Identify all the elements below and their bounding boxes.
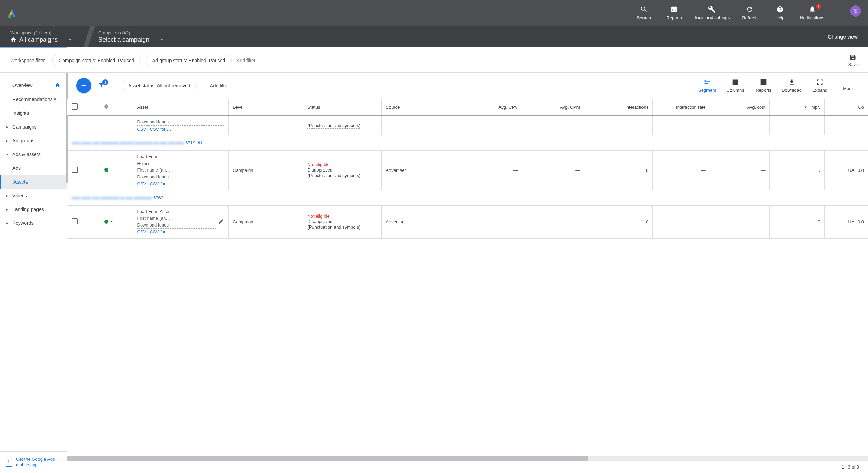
col-status[interactable]: Status xyxy=(303,99,382,116)
tool-download[interactable]: Download xyxy=(781,79,803,93)
asset-fields: First name (an… xyxy=(137,167,224,174)
workspace-filter-label: Workspace filter xyxy=(10,58,45,63)
filter-chip-campaign-status[interactable]: Campaign status: Enabled, Paused xyxy=(52,55,141,66)
svg-point-0 xyxy=(8,15,11,18)
tool-label: Download xyxy=(782,88,802,93)
status-disapproved: Disapproved xyxy=(307,167,377,173)
csv-link[interactable]: CSV xyxy=(137,229,146,234)
col-source[interactable]: Source xyxy=(382,99,459,116)
col-interactions[interactable]: Interactions xyxy=(584,99,653,116)
csv-for-link[interactable]: CSV for … xyxy=(150,229,171,234)
add-filter-button[interactable]: Add filter xyxy=(237,58,255,63)
cell-impr: 0 xyxy=(770,205,824,238)
filter-chip-adgroup-status[interactable]: Ad group status: Enabled, Paused xyxy=(146,55,232,66)
sidebar-item-ads-assets[interactable]: Ads & assets xyxy=(0,147,67,161)
table-row-partial: Download leads CSV | CSV for … (Punctuat… xyxy=(67,116,868,135)
save-workspace-button[interactable]: Save xyxy=(848,54,858,67)
breadcrumb-campaign[interactable]: Campaigns (42) Select a campaign xyxy=(98,30,175,43)
col-interaction-rate[interactable]: Interaction rate xyxy=(653,99,710,116)
header-search[interactable]: Search xyxy=(634,6,654,20)
table-row: Lead Form Helen First name (an… Download… xyxy=(67,151,868,190)
blurred-ref: xxxx-xxxx-xxx-xxxxxxxx-xx-xxx-xxxxxxxx xyxy=(72,195,152,200)
col-cost[interactable]: Co xyxy=(824,99,868,116)
horizontal-scrollbar-track[interactable] xyxy=(67,456,868,461)
download-leads-label: Download leads xyxy=(137,174,224,181)
csv-for-link[interactable]: CSV for … xyxy=(150,181,171,186)
phone-download-icon xyxy=(6,458,12,467)
header-notifications[interactable]: ! Notifications xyxy=(800,6,824,20)
breadcrumb-campaign-small: Campaigns (42) xyxy=(98,30,164,35)
top-header: Search Reports Tools and settings Refres… xyxy=(0,0,868,26)
sidebar-item-insights[interactable]: Insights xyxy=(0,106,67,120)
csv-link[interactable]: CSV xyxy=(137,126,146,132)
select-all-checkbox[interactable] xyxy=(72,103,78,110)
mobile-app-promo[interactable]: Get the Google Ads mobile app xyxy=(0,451,67,473)
tool-expand[interactable]: Expand xyxy=(809,79,831,93)
header-help[interactable]: Help xyxy=(770,6,790,20)
edit-pencil-icon[interactable] xyxy=(218,219,224,225)
col-impr[interactable]: Impr. xyxy=(770,99,824,116)
app-logo[interactable] xyxy=(7,8,17,18)
group-ref-link[interactable]: 6719| #1 xyxy=(185,140,202,145)
reports-box-icon xyxy=(760,79,767,86)
sidebar-item-adgroups[interactable]: Ad groups xyxy=(0,134,67,147)
cell-interactions: 0 xyxy=(584,205,653,238)
asset-status-chip[interactable]: Asset status: All but removed xyxy=(122,80,197,91)
breadcrumb-workspace[interactable]: Workspace (2 filters) All campaigns xyxy=(10,30,83,43)
chevron-down-icon xyxy=(67,37,73,42)
sidebar-scrollbar[interactable] xyxy=(66,73,68,183)
tool-reports[interactable]: Reports xyxy=(752,79,774,93)
tool-more[interactable]: ⋮More xyxy=(837,80,859,91)
horizontal-scrollbar-thumb[interactable] xyxy=(67,456,588,461)
table-scroll-area[interactable]: Asset Level Status Source Avg. CPV Avg. … xyxy=(67,99,868,456)
header-tools-settings[interactable]: Tools and settings xyxy=(694,6,730,20)
avatar[interactable]: S xyxy=(850,6,861,16)
help-icon xyxy=(776,6,784,13)
cell-cpv: — xyxy=(459,151,522,190)
status-detail: (Punctuation and symbols) xyxy=(307,123,360,129)
csv-for-link[interactable]: CSV for … xyxy=(150,126,171,132)
header-tools-label: Tools and settings xyxy=(694,15,730,20)
header-reports[interactable]: Reports xyxy=(664,6,684,20)
filter-funnel-button[interactable]: 1 xyxy=(98,81,105,90)
mobile-app-link[interactable]: Get the Google Ads mobile app xyxy=(16,456,62,468)
refresh-icon xyxy=(746,6,754,13)
csv-link[interactable]: CSV xyxy=(137,181,146,186)
table-row: Lead Form Alice First name (an… Download… xyxy=(67,205,868,238)
change-view-button[interactable]: Change view xyxy=(828,34,858,40)
search-icon xyxy=(640,6,648,13)
sidebar-item-assets[interactable]: Assets xyxy=(0,175,67,189)
col-avg-cpv[interactable]: Avg. CPV xyxy=(459,99,522,116)
header-tools: Search Reports Tools and settings Refres… xyxy=(634,6,861,20)
sidebar-item-videos[interactable]: Videos xyxy=(0,189,67,202)
row-checkbox[interactable] xyxy=(72,218,78,224)
header-refresh[interactable]: Refresh xyxy=(739,6,760,20)
content-toolbar: 1 Asset status: All but removed Add filt… xyxy=(67,73,868,99)
filter-count-badge: 1 xyxy=(102,79,108,85)
col-avg-cost[interactable]: Avg. cost xyxy=(710,99,770,116)
col-level[interactable]: Level xyxy=(229,99,303,116)
row-checkbox[interactable] xyxy=(72,167,78,173)
col-asset[interactable]: Asset xyxy=(133,99,229,116)
col-avg-cpm[interactable]: Avg. CPM xyxy=(522,99,584,116)
tool-segment[interactable]: Segment xyxy=(696,79,718,93)
header-notifications-label: Notifications xyxy=(800,15,824,20)
tool-columns[interactable]: Columns xyxy=(724,79,746,93)
sidebar-item-campaigns[interactable]: Campaigns xyxy=(0,120,67,134)
sort-down-icon xyxy=(803,105,808,110)
group-ref-link[interactable]: 6763| xyxy=(153,195,164,200)
cell-avgcost: — xyxy=(710,151,770,190)
sidebar-item-overview[interactable]: Overview xyxy=(0,78,67,92)
chevron-down-icon xyxy=(159,37,164,42)
add-asset-button[interactable] xyxy=(76,78,91,93)
svg-rect-1 xyxy=(733,80,738,84)
sidebar-item-ads[interactable]: Ads xyxy=(0,161,67,175)
download-leads-label: Download leads xyxy=(137,222,216,229)
status-dot-dropdown[interactable] xyxy=(104,220,129,224)
sidebar-item-recommendations[interactable]: Recommendations xyxy=(0,92,67,106)
cell-source: Advertiser xyxy=(382,151,459,190)
asset-name: Helen xyxy=(137,160,224,167)
add-table-filter[interactable]: Add filter xyxy=(210,83,229,88)
sidebar-item-landing-pages[interactable]: Landing pages xyxy=(0,202,67,216)
sidebar-item-keywords[interactable]: Keywords xyxy=(0,216,67,230)
